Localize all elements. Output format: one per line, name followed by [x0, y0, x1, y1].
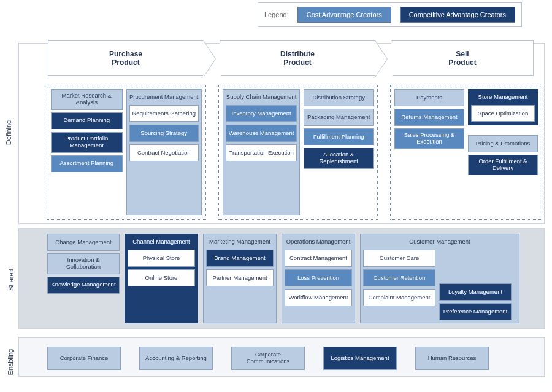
logistics-mgmt: Logistics Management — [323, 347, 397, 370]
inventory-mgmt: Inventory Management — [226, 105, 297, 122]
innovation-collab: Innovation & Collaboration — [47, 253, 120, 274]
brand-mgmt: Brand Management — [206, 250, 274, 267]
corporate-finance: Corporate Finance — [47, 347, 121, 370]
partner-mgmt: Partner Management — [206, 269, 274, 286]
customer-mgmt-header: Customer Management — [363, 237, 516, 247]
shared-row: Change Management Innovation & Collabora… — [18, 228, 545, 329]
customer-care: Customer Care — [363, 250, 435, 267]
corporate-comms: Corporate Communications — [231, 347, 305, 370]
row-label-defining: Defining — [5, 120, 12, 145]
distribute-column: Supply Chain Management Inventory Manage… — [218, 85, 378, 220]
store-mgmt-header: Store Management — [471, 92, 535, 102]
accounting-reporting: Accounting & Reporting — [139, 347, 213, 370]
marketing-mgmt-header: Marketing Management — [206, 237, 274, 247]
procurement-group: Procurement Management Requirements Gath… — [126, 89, 202, 215]
purchase-column: Market Research & Analysis Demand Planni… — [47, 85, 206, 220]
marketing-mgmt-group: Marketing Management Brand Management Pa… — [203, 234, 277, 323]
store-mgmt-group: Store Management Space Optimization — [468, 89, 538, 125]
legend: Legend: Cost Advantage Creators Competit… — [258, 2, 522, 27]
product-portfolio-mgmt: Product Portfolio Management — [51, 132, 123, 153]
chevron-sell: SellProduct — [391, 40, 534, 76]
complaint-mgmt: Complaint Management — [363, 289, 435, 306]
demand-planning: Demand Planning — [51, 112, 123, 129]
supply-chain-group: Supply Chain Management Inventory Manage… — [223, 89, 300, 215]
loss-prevention: Loss Prevention — [285, 269, 352, 286]
human-resources: Human Resources — [415, 347, 489, 370]
enabling-row: Corporate Finance Accounting & Reporting… — [18, 337, 545, 377]
workflow-mgmt: Workflow Management — [285, 289, 352, 306]
legend-competitive-advantage: Competitive Advantage Creators — [400, 7, 515, 23]
online-store: Online Store — [128, 269, 195, 286]
contract-negotiation: Contract Negotiation — [129, 144, 199, 161]
legend-cost-advantage: Cost Advantage Creators — [297, 7, 391, 23]
allocation-replenishment: Allocation & Replenishment — [304, 148, 374, 169]
space-optimization: Space Optimization — [471, 105, 535, 122]
sell-column: Payments Returns Management Sales Proces… — [390, 85, 542, 220]
procurement-header: Procurement Management — [129, 92, 199, 102]
payments: Payments — [394, 89, 464, 106]
preference-mgmt: Preference Management — [439, 303, 512, 320]
distribution-strategy: Distribution Strategy — [304, 89, 374, 106]
physical-store: Physical Store — [128, 250, 195, 267]
operations-mgmt-group: Operations Management Contract Managemen… — [282, 234, 355, 323]
supply-chain-header: Supply Chain Management — [226, 92, 297, 102]
warehouse-mgmt: Warehouse Management — [226, 125, 297, 142]
knowledge-mgmt: Knowledge Management — [47, 277, 120, 294]
assortment-planning: Assortment Planning — [51, 155, 123, 172]
packaging-mgmt: Packaging Management — [304, 109, 374, 126]
customer-mgmt-group: Customer Management Customer Care Custom… — [360, 234, 519, 323]
channel-mgmt-header: Channel Management — [128, 237, 195, 247]
legend-label: Legend: — [264, 11, 289, 18]
requirements-gathering: Requirements Gathering — [129, 105, 199, 122]
row-label-shared: Shared — [7, 269, 15, 290]
pricing-promotions: Pricing & Promotions — [468, 135, 538, 152]
loyalty-mgmt: Loyalty Management — [439, 283, 512, 301]
contract-mgmt: Contract Management — [285, 250, 352, 267]
operations-mgmt-header: Operations Management — [285, 237, 352, 247]
order-fulfillment: Order Fulfillment & Delivery — [468, 155, 538, 175]
sales-processing: Sales Processing & Execution — [394, 128, 464, 149]
chevron-distribute: DistributeProduct — [220, 40, 375, 76]
customer-retention: Customer Retention — [363, 269, 435, 286]
chevron-purchase: PurchaseProduct — [48, 40, 204, 76]
change-mgmt: Change Management — [47, 234, 120, 251]
market-research-header: Market Research & Analysis — [51, 89, 123, 110]
sourcing-strategy: Sourcing Strategy — [129, 125, 199, 142]
channel-mgmt-group: Channel Management Physical Store Online… — [125, 234, 198, 323]
row-label-enabling: Enabling — [7, 349, 14, 375]
fulfillment-planning: Fulfillment Planning — [304, 128, 374, 145]
transportation-exec: Transportation Execution — [226, 144, 297, 161]
returns-mgmt: Returns Management — [394, 109, 464, 126]
